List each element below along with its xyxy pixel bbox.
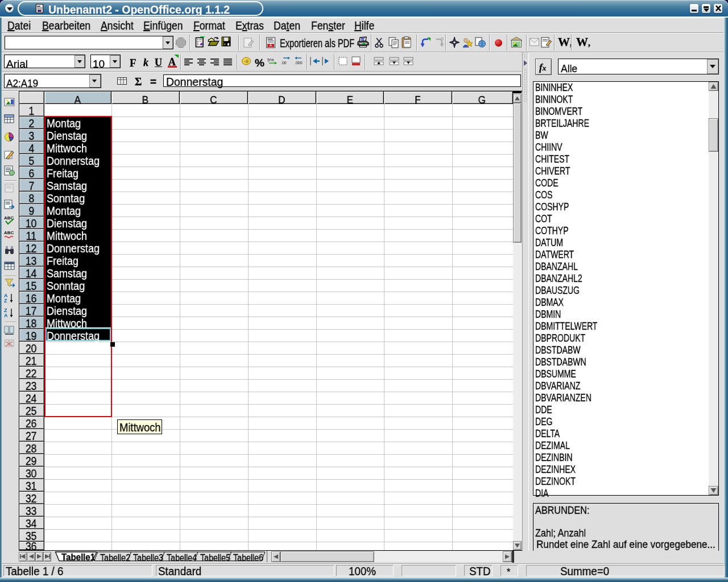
svg-text:.000: .000 [295,61,303,65]
svg-text:Z: Z [4,307,7,313]
svg-text:A: A [4,293,8,298]
svg-text:5%: 5% [267,57,274,63]
svg-text:A: A [270,43,272,47]
svg-text:ABC: ABC [4,230,14,235]
svg-text:.00: .00 [281,61,287,65]
svg-text:Z: Z [4,298,7,304]
svg-text:-9: -9 [244,59,249,64]
svg-text:A: A [4,313,8,318]
